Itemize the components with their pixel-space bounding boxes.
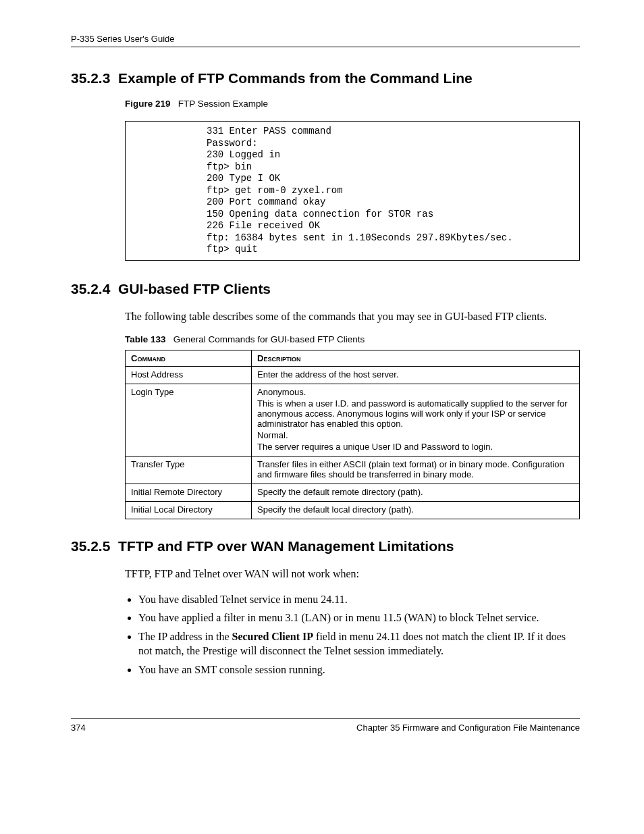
section-title: Example of FTP Commands from the Command… xyxy=(118,70,473,86)
table-text: General Commands for GUI-based FTP Clien… xyxy=(173,334,365,344)
section-35-2-5: 35.2.5 TFTP and FTP over WAN Management … xyxy=(71,538,580,554)
desc-cell: Specify the default remote directory (pa… xyxy=(252,484,580,502)
desc-cell: Enter the address of the host server. xyxy=(252,367,580,384)
ftp-session-code: 331 Enter PASS command Password: 230 Log… xyxy=(125,121,580,261)
limitations-list: You have disabled Telnet service in menu… xyxy=(138,592,580,677)
list-item: The IP address in the Secured Client IP … xyxy=(138,629,580,658)
col-description: Description xyxy=(252,350,580,367)
col-command: Command xyxy=(126,350,252,367)
cmd-cell: Transfer Type xyxy=(126,457,252,484)
section-title: TFTP and FTP over WAN Management Limitat… xyxy=(118,538,454,554)
paragraph: The following table describes some of th… xyxy=(125,309,580,324)
table-row: Transfer Type Transfer files in either A… xyxy=(126,457,580,484)
figure-caption: Figure 219 FTP Session Example xyxy=(125,99,580,109)
section-35-2-4: 35.2.4 GUI-based FTP Clients xyxy=(71,281,580,297)
table-row: Initial Remote Directory Specify the def… xyxy=(126,484,580,502)
table-row: Initial Local Directory Specify the defa… xyxy=(126,502,580,519)
cmd-cell: Host Address xyxy=(126,367,252,384)
figure-label: Figure 219 xyxy=(125,99,171,109)
table-header-row: Command Description xyxy=(126,350,580,367)
page-footer: 374 Chapter 35 Firmware and Configuratio… xyxy=(71,718,580,733)
section-num: 35.2.3 xyxy=(71,70,110,86)
table-row: Login Type Anonymous. This is when a use… xyxy=(126,384,580,457)
cmd-cell: Login Type xyxy=(126,384,252,457)
section-title: GUI-based FTP Clients xyxy=(118,281,271,296)
table-label: Table 133 xyxy=(125,334,166,344)
chapter-label: Chapter 35 Firmware and Configuration Fi… xyxy=(356,723,580,733)
list-item: You have applied a filter in menu 3.1 (L… xyxy=(138,610,580,625)
cmd-cell: Initial Local Directory xyxy=(126,502,252,519)
desc-cell: Specify the default local directory (pat… xyxy=(252,502,580,519)
section-35-2-3: 35.2.3 Example of FTP Commands from the … xyxy=(71,70,580,86)
guide-title: P-335 Series User's Guide xyxy=(71,34,175,44)
desc-cell: Anonymous. This is when a user I.D. and … xyxy=(252,384,580,457)
commands-table: Command Description Host Address Enter t… xyxy=(125,350,580,519)
section-num: 35.2.5 xyxy=(71,538,110,554)
figure-text: FTP Session Example xyxy=(178,99,268,109)
page-header: P-335 Series User's Guide xyxy=(71,34,580,47)
table-row: Host Address Enter the address of the ho… xyxy=(126,367,580,384)
list-item: You have an SMT console session running. xyxy=(138,662,580,677)
page-number: 374 xyxy=(71,723,86,733)
table-caption: Table 133 General Commands for GUI-based… xyxy=(125,334,580,344)
section-num: 35.2.4 xyxy=(71,281,110,296)
paragraph: TFTP, FTP and Telnet over WAN will not w… xyxy=(125,567,580,581)
cmd-cell: Initial Remote Directory xyxy=(126,484,252,502)
desc-cell: Transfer files in either ASCII (plain te… xyxy=(252,457,580,484)
list-item: You have disabled Telnet service in menu… xyxy=(138,592,580,607)
